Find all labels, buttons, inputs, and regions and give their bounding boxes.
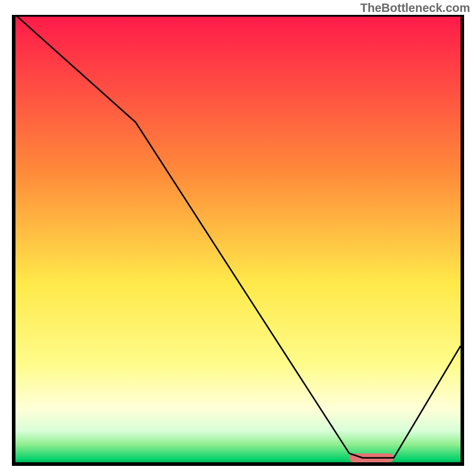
gradient-background <box>15 15 461 462</box>
chart-svg <box>12 15 464 467</box>
bottleneck-chart <box>12 15 464 467</box>
watermark-text: TheBottleneck.com <box>361 1 470 15</box>
